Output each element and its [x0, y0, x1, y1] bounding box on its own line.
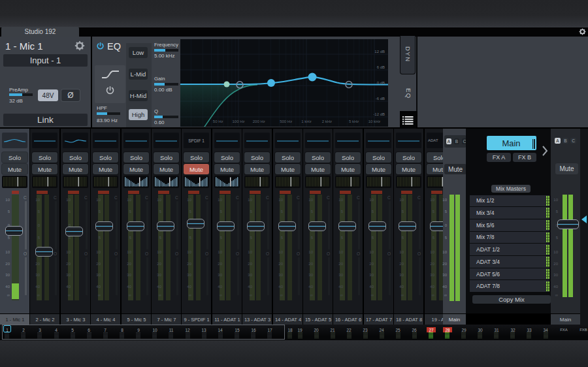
svg-text:-12 dB: -12 dB [373, 112, 385, 116]
svg-text:10 kHz: 10 kHz [368, 120, 381, 123]
svg-text:5 kHz: 5 kHz [349, 120, 359, 123]
svg-text:2 kHz: 2 kHz [322, 120, 332, 123]
svg-text:12 dB: 12 dB [374, 50, 385, 54]
svg-text:100 Hz: 100 Hz [232, 120, 244, 123]
svg-text:200 Hz: 200 Hz [253, 120, 265, 123]
svg-text:1 kHz: 1 kHz [301, 120, 311, 123]
svg-text:0 dB: 0 dB [377, 81, 385, 85]
svg-text:50 Hz: 50 Hz [213, 120, 223, 123]
svg-text:-6 dB: -6 dB [376, 97, 385, 101]
svg-text:500 Hz: 500 Hz [280, 120, 292, 123]
svg-text:6 dB: 6 dB [377, 65, 385, 69]
